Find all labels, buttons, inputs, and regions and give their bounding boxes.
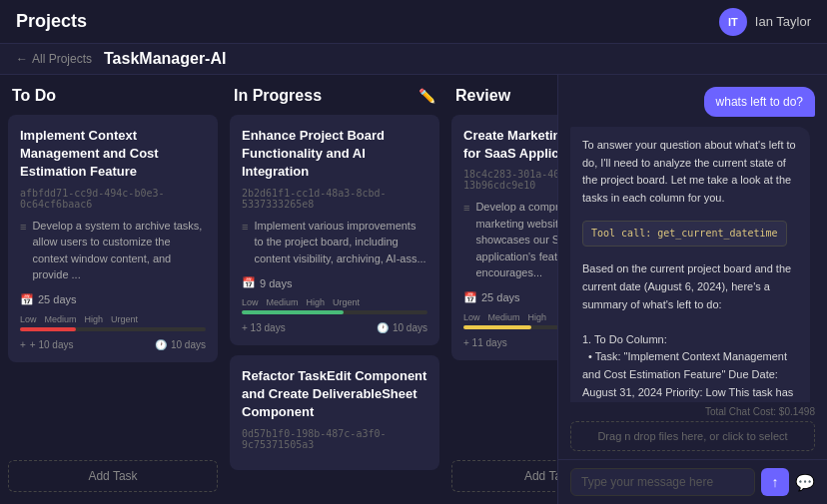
back-link[interactable]: ← All Projects <box>16 52 92 66</box>
back-arrow-icon: ← <box>16 52 28 66</box>
card-days: 📅 25 days <box>20 293 206 306</box>
footer-add: + + 10 days <box>20 339 74 350</box>
chat-drop-zone[interactable]: Drag n drop files here, or click to sele… <box>570 421 815 451</box>
column-review-title: Review <box>455 87 510 105</box>
priority-fill <box>20 327 76 331</box>
chat-input[interactable] <box>570 468 755 496</box>
chat-user-message: whats left to do? <box>704 87 815 117</box>
priority-medium: Medium <box>488 312 520 322</box>
card-days: 📅 25 days <box>463 291 557 304</box>
column-todo-cards: Implement Context Management and Cost Es… <box>8 115 218 450</box>
table-row[interactable]: Enhance Project Board Functionality and … <box>230 115 439 345</box>
table-row[interactable]: Create Marketing Website for SaaS Applic… <box>451 115 557 360</box>
priority-low: Low <box>20 314 37 324</box>
card-days-text: 25 days <box>38 293 77 305</box>
priority-labels: Low Medium High Urgent <box>242 297 427 307</box>
chat-panel: whats left to do? To answer your questio… <box>557 75 827 504</box>
card-description: ≡ Implement various improvements to the … <box>242 218 427 267</box>
user-name: Ian Taylor <box>755 14 811 29</box>
card-days-text: 25 days <box>481 291 520 303</box>
priority-fill <box>463 325 531 329</box>
priority-urgent: Urgent <box>333 297 360 307</box>
priority-high: High <box>85 314 104 324</box>
chat-action-button[interactable]: 💬 <box>795 473 815 492</box>
footer-add: + 11 days <box>463 337 507 348</box>
column-inprogress: In Progress ✏️ Enhance Project Board Fun… <box>230 87 439 492</box>
chat-ai-message: To answer your question about what's lef… <box>570 127 810 402</box>
card-title: Enhance Project Board Functionality and … <box>242 127 427 182</box>
card-desc-text: Develop a system to archive tasks, allow… <box>32 218 206 283</box>
avatar: IT <box>719 8 747 36</box>
card-id: 0d57b1f0-198b-487c-a3f0-9c75371505a3 <box>242 428 427 450</box>
add-task-button-review[interactable]: Add Task <box>451 460 557 492</box>
column-inprogress-header: In Progress ✏️ <box>230 87 439 105</box>
card-title: Create Marketing Website for SaaS Applic… <box>463 127 557 163</box>
clock-icon: 🕐 <box>377 322 389 333</box>
column-todo: To Do Implement Context Management and C… <box>8 87 218 492</box>
priority-medium: Medium <box>267 297 299 307</box>
priority-bar <box>242 310 427 314</box>
column-todo-header: To Do <box>8 87 218 105</box>
project-name: TaskManager-AI <box>104 50 226 68</box>
priority-fill <box>242 310 344 314</box>
chat-input-row: ↑ 💬 <box>558 459 827 504</box>
priority-labels: Low Medium High <box>463 312 557 322</box>
description-icon: ≡ <box>20 219 26 236</box>
chat-messages: whats left to do? To answer your questio… <box>558 75 827 402</box>
calendar-icon: 📅 <box>463 291 477 304</box>
header-left: Projects <box>16 11 87 32</box>
card-days-text: 9 days <box>260 277 292 289</box>
card-title: Implement Context Management and Cost Es… <box>20 127 206 182</box>
priority-high: High <box>528 312 547 322</box>
card-description: ≡ Develop a comprehensive marketing webs… <box>463 199 557 281</box>
app-header: Projects IT Ian Taylor <box>0 0 827 44</box>
add-task-button-todo[interactable]: Add Task <box>8 460 218 492</box>
description-icon: ≡ <box>463 200 469 217</box>
tool-call-badge: Tool call: get_current_datetime <box>582 221 787 247</box>
column-inprogress-title: In Progress <box>234 87 322 105</box>
column-todo-title: To Do <box>12 87 56 105</box>
priority-high: High <box>307 297 326 307</box>
priority-labels: Low Medium High Urgent <box>20 314 206 324</box>
app-title: Projects <box>16 11 87 32</box>
calendar-icon: 📅 <box>20 293 34 306</box>
footer-time: 🕐 10 days <box>377 322 427 333</box>
card-desc-text: Implement various improvements to the pr… <box>254 218 427 267</box>
back-label: All Projects <box>32 52 92 66</box>
card-footer: + 13 days 🕐 10 days <box>242 322 427 333</box>
calendar-icon: 📅 <box>242 276 256 289</box>
clock-icon: 🕐 <box>155 339 167 350</box>
card-title: Refactor TaskEdit Component and Create D… <box>242 367 427 422</box>
card-id: 2b2d61f1-cc1d-48a3-8cbd-5337333265e8 <box>242 188 427 210</box>
chat-ai-text-1: To answer your question about what's lef… <box>582 139 796 204</box>
card-desc-text: Develop a comprehensive marketing websit… <box>475 199 557 281</box>
table-row[interactable]: Implement Context Management and Cost Es… <box>8 115 218 362</box>
priority-section: Low Medium High Urgent <box>20 314 206 331</box>
table-row[interactable]: Refactor TaskEdit Component and Create D… <box>230 355 439 470</box>
priority-bar <box>463 325 557 329</box>
description-icon: ≡ <box>242 219 248 236</box>
chat-cost: Total Chat Cost: $0.1498 <box>558 402 827 421</box>
card-footer: + 11 days <box>463 337 557 348</box>
edit-icon[interactable]: ✏️ <box>418 88 435 104</box>
column-review-cards: Create Marketing Website for SaaS Applic… <box>451 115 557 450</box>
chat-send-button[interactable]: ↑ <box>761 468 789 496</box>
main-content: To Do Implement Context Management and C… <box>0 75 827 504</box>
priority-bar <box>20 327 206 331</box>
card-id: afbfdd71-cc9d-494c-b0e3-0c64cf6baac6 <box>20 188 206 210</box>
priority-urgent: Urgent <box>111 314 138 324</box>
card-days: 📅 9 days <box>242 276 427 289</box>
plus-icon: + <box>20 339 26 350</box>
priority-medium: Medium <box>45 314 77 324</box>
priority-low: Low <box>242 297 259 307</box>
card-id: 18c4c283-301a-40ae-13b96cdc9e10 <box>463 169 557 191</box>
sub-header: ← All Projects TaskManager-AI <box>0 44 827 75</box>
priority-section: Low Medium High <box>463 312 557 329</box>
priority-low: Low <box>463 312 480 322</box>
header-right: IT Ian Taylor <box>719 8 811 36</box>
card-description: ≡ Develop a system to archive tasks, all… <box>20 218 206 283</box>
card-footer: + + 10 days 🕐 10 days <box>20 339 206 350</box>
column-review: Review Create Marketing Website for SaaS… <box>451 87 557 492</box>
column-inprogress-cards: Enhance Project Board Functionality and … <box>230 115 439 492</box>
column-review-header: Review <box>451 87 557 105</box>
